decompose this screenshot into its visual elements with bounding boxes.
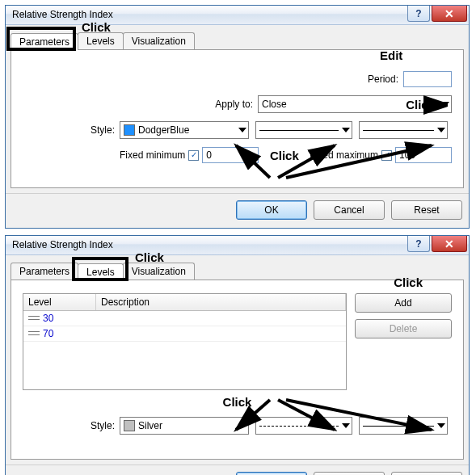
level-line-icon [28,330,40,338]
close-icon: ✕ [444,8,454,19]
rsi-dialog-levels: Relative Strength Index ? ✕ Click Parame… [5,235,470,475]
style-label: Style: [23,124,120,136]
style-color-name: Silver [138,420,162,431]
fixed-max-checkbox[interactable] [381,150,392,161]
level-line-icon [28,314,40,322]
levels-list[interactable]: Level Description 30 70 [23,293,347,390]
tab-levels[interactable]: Levels [78,263,124,280]
tab-parameters[interactable]: Parameters [11,263,78,280]
chevron-down-icon [437,128,445,132]
client-area: Click Parameters Levels Visualization Ed… [6,25,469,193]
reset-button[interactable]: Reset [391,472,462,475]
tab-levels[interactable]: Levels [78,32,124,49]
rsi-dialog-parameters: Relative Strength Index ? ✕ Click Parame… [5,5,470,229]
levels-list-header: Level Description [23,294,346,311]
close-button[interactable]: ✕ [432,6,467,22]
chevron-down-icon [342,128,350,132]
fixed-max-input[interactable] [395,147,452,163]
applyto-value: Close [262,99,287,110]
fixed-min-checkbox[interactable] [188,150,199,161]
button-bar: OK Cancel Reset [6,464,469,475]
cancel-button[interactable]: Cancel [314,472,385,475]
col-header-description[interactable]: Description [96,294,346,310]
annotation-edit: Edit [380,48,402,62]
parameters-panel: Edit Period: Apply to: Close Click Style… [11,49,464,188]
style-label: Style: [23,420,120,431]
titlebar-buttons: ? ✕ [406,236,467,252]
add-button[interactable]: Add [355,293,452,313]
level-value: 30 [43,313,53,324]
line-sample-icon [259,426,339,427]
period-input[interactable] [403,71,452,87]
titlebar: Relative Strength Index ? ✕ [6,6,469,25]
style-width-dropdown[interactable] [359,121,448,139]
tab-visualization[interactable]: Visualization [123,263,195,280]
col-header-level[interactable]: Level [23,294,96,310]
delete-button[interactable]: Delete [355,319,452,338]
dialog-title: Relative Strength Index [12,9,113,20]
ok-button[interactable]: OK [236,200,307,220]
applyto-label: Apply to: [215,99,258,110]
tabstrip: Parameters Levels Visualization [11,260,464,280]
reset-button[interactable]: Reset [391,200,462,220]
close-button[interactable]: ✕ [432,236,467,252]
close-icon: ✕ [444,238,454,250]
fixed-min-label: Fixed minimum [120,149,185,161]
titlebar: Relative Strength Index ? ✕ [6,236,469,255]
help-button[interactable]: ? [407,236,430,252]
dialog-title: Relative Strength Index [12,239,113,250]
color-swatch [124,420,135,431]
chevron-down-icon [441,102,449,107]
tab-parameters[interactable]: Parameters [11,33,78,50]
fixed-min-input[interactable] [202,147,259,163]
titlebar-buttons: ? ✕ [406,6,467,22]
level-value: 70 [43,328,53,339]
style-color-dropdown[interactable]: Silver [120,417,249,435]
fixed-max-label: Fixed maximum [310,149,378,161]
chevron-down-icon [437,423,445,428]
applyto-dropdown[interactable]: Close Click [258,95,452,113]
help-icon: ? [415,8,421,19]
help-icon: ? [415,238,421,250]
color-swatch [124,124,135,136]
style-color-name: DodgerBlue [138,124,189,136]
list-item[interactable]: 30 [23,311,346,326]
button-bar: OK Cancel Reset [6,193,469,228]
help-button[interactable]: ? [407,6,430,22]
levels-panel: Click Level Description 30 70 [11,280,464,460]
line-sample-icon [363,130,434,131]
style-line-dropdown[interactable] [255,417,352,435]
annotation-click-style: Click [223,395,252,409]
tabstrip: Parameters Levels Visualization [11,30,464,49]
style-width-dropdown[interactable] [359,417,448,435]
annotation-click-style: Click [270,149,299,162]
line-sample-icon [259,130,339,131]
chevron-down-icon [238,423,246,428]
style-color-dropdown[interactable]: DodgerBlue [120,121,249,139]
list-item[interactable]: 70 [23,326,346,342]
client-area: Click Parameters Levels Visualization Cl… [6,255,469,464]
ok-button[interactable]: OK [236,472,307,475]
chevron-down-icon [238,128,246,132]
cancel-button[interactable]: Cancel [314,200,385,220]
tab-visualization[interactable]: Visualization [123,32,195,49]
line-sample-icon [363,426,434,427]
style-line-dropdown[interactable] [255,121,352,139]
chevron-down-icon [342,423,350,428]
annotation-click-applyto: Click [406,98,435,111]
period-label: Period: [368,74,403,85]
